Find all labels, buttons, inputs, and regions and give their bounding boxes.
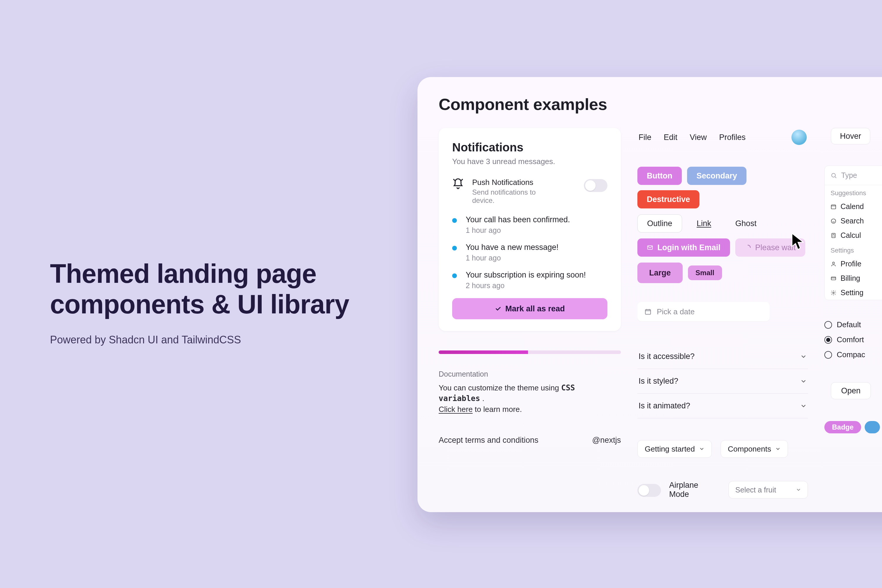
- avatar[interactable]: [792, 130, 807, 145]
- menubar: File Edit View Profiles: [638, 128, 808, 145]
- chevron-down-icon: [699, 446, 704, 452]
- notifications-subheading: You have 3 unread messages.: [452, 157, 608, 166]
- chevron-down-icon: [796, 487, 801, 492]
- chevron-down-icon: [800, 378, 807, 384]
- fruit-select[interactable]: Select a fruit: [729, 481, 808, 499]
- documentation-link[interactable]: Click here: [439, 405, 473, 414]
- calendar-icon: [645, 308, 651, 315]
- button-large[interactable]: Large: [638, 262, 682, 283]
- check-icon: [495, 306, 501, 312]
- progress-bar: [439, 351, 621, 354]
- chevron-down-icon: [775, 446, 781, 452]
- dropdown-components[interactable]: Components: [721, 440, 788, 458]
- button-outline[interactable]: Outline: [638, 214, 682, 232]
- unread-dot-icon: [452, 218, 457, 223]
- command-search-input[interactable]: Type: [825, 166, 882, 185]
- dropdown-getting-started[interactable]: Getting started: [638, 440, 712, 458]
- notifications-heading: Notifications: [452, 141, 608, 154]
- svg-point-2: [832, 173, 836, 177]
- bell-icon: [452, 178, 464, 190]
- menu-view[interactable]: View: [690, 133, 707, 142]
- radio-option[interactable]: Comfort: [824, 332, 882, 347]
- button-link[interactable]: Link: [687, 214, 721, 232]
- notifications-card: Notifications You have 3 unread messages…: [439, 128, 621, 331]
- command-item[interactable]: Search: [825, 214, 882, 228]
- notification-item: Your subscription is expiring soon! 2 ho…: [452, 270, 608, 290]
- notification-item: Your call has been confirmed. 1 hour ago: [452, 215, 608, 235]
- unread-dot-icon: [452, 273, 457, 278]
- button-login-email[interactable]: Login with Email: [638, 238, 730, 256]
- button-destructive[interactable]: Destructive: [638, 190, 699, 208]
- airplane-label: Airplane Mode: [669, 481, 720, 499]
- badge-secondary: [865, 421, 880, 434]
- radio-option[interactable]: Compac: [824, 347, 882, 362]
- button-secondary[interactable]: Secondary: [687, 167, 747, 185]
- radio-option[interactable]: Default: [824, 317, 882, 332]
- chevron-down-icon: [800, 353, 807, 360]
- documentation-label: Documentation: [439, 370, 621, 378]
- calculator-icon: [831, 232, 836, 238]
- hero-title: Themed landing page components & UI libr…: [50, 259, 358, 320]
- command-item[interactable]: Setting: [825, 285, 882, 300]
- mark-all-read-button[interactable]: Mark all as read: [452, 298, 608, 319]
- push-sub: Send notifications to device.: [472, 188, 549, 205]
- menu-profiles[interactable]: Profiles: [719, 133, 746, 142]
- airplane-toggle[interactable]: [638, 484, 661, 497]
- push-toggle[interactable]: [584, 179, 608, 192]
- svg-point-8: [833, 292, 834, 293]
- search-icon: [831, 172, 837, 179]
- panel-title: Component examples: [439, 94, 882, 114]
- chevron-down-icon: [800, 403, 807, 409]
- svg-point-6: [832, 262, 835, 264]
- accordion-item[interactable]: Is it styled?: [638, 369, 808, 394]
- accordion-item[interactable]: Is it animated?: [638, 394, 808, 418]
- progress-fill: [439, 351, 528, 354]
- svg-rect-3: [831, 205, 836, 209]
- gear-icon: [831, 290, 836, 296]
- notification-item: You have a new message! 1 hour ago: [452, 243, 608, 262]
- push-notifications-row: Push Notifications Send notifications to…: [452, 178, 608, 205]
- badge-default: Badge: [824, 421, 861, 434]
- date-picker[interactable]: Pick a date: [638, 302, 770, 321]
- command-palette[interactable]: Type Suggestions Calend Search Calcul Se…: [824, 165, 882, 300]
- examples-panel: Component examples Notifications You hav…: [417, 77, 882, 512]
- command-item[interactable]: Profile: [825, 256, 882, 271]
- terms-label[interactable]: Accept terms and conditions: [439, 436, 538, 445]
- documentation-body: You can customize the theme using CSS va…: [439, 382, 621, 414]
- credit-card-icon: [831, 276, 836, 281]
- mail-icon: [647, 244, 653, 251]
- smile-icon: [831, 218, 836, 224]
- svg-rect-1: [645, 310, 651, 314]
- button-small[interactable]: Small: [688, 266, 722, 280]
- svg-rect-5: [832, 233, 835, 237]
- menu-file[interactable]: File: [639, 133, 651, 142]
- button-primary[interactable]: Button: [638, 167, 682, 185]
- user-icon: [831, 261, 836, 267]
- terms-handle: @nextjs: [592, 436, 621, 445]
- button-loading[interactable]: Please wait: [735, 238, 805, 256]
- command-item[interactable]: Calcul: [825, 228, 882, 243]
- command-item[interactable]: Calend: [825, 200, 882, 214]
- svg-point-4: [831, 219, 836, 223]
- svg-rect-7: [831, 277, 836, 280]
- button-ghost[interactable]: Ghost: [726, 214, 766, 232]
- menu-edit[interactable]: Edit: [664, 133, 678, 142]
- radio-group: Default Comfort Compac: [824, 317, 882, 362]
- unread-dot-icon: [452, 246, 457, 250]
- hero-copy: Themed landing page components & UI libr…: [50, 259, 358, 346]
- command-item[interactable]: Billing: [825, 271, 882, 285]
- hero-subtitle: Powered by Shadcn UI and TailwindCSS: [50, 334, 358, 346]
- dialog-open-button[interactable]: Open: [831, 382, 871, 399]
- accordion-item[interactable]: Is it accessible?: [638, 344, 808, 369]
- push-title: Push Notifications: [472, 178, 549, 187]
- calendar-icon: [831, 204, 836, 210]
- spinner-icon: [745, 244, 751, 251]
- hovercard-trigger[interactable]: Hover: [831, 128, 870, 144]
